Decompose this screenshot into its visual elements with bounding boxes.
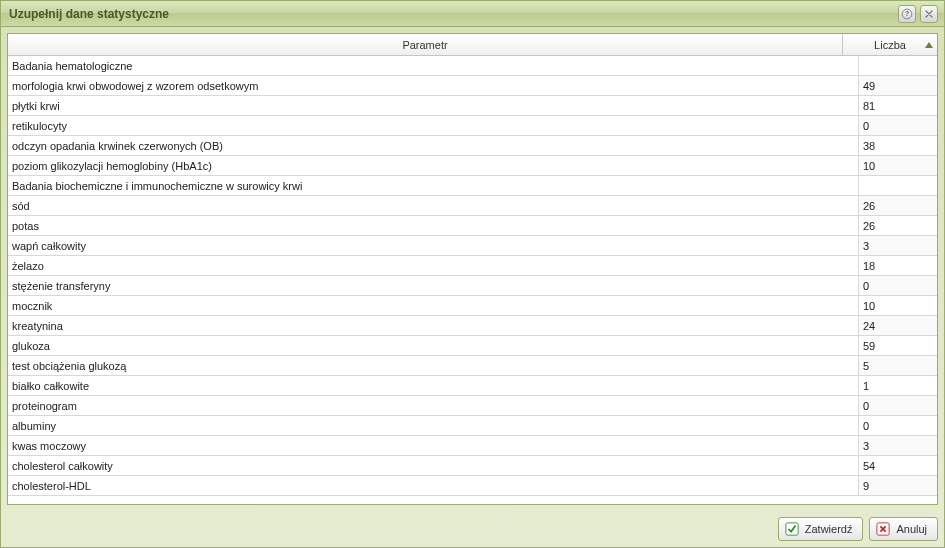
count-cell[interactable]: 26 <box>859 216 937 235</box>
count-cell[interactable]: 0 <box>859 116 937 135</box>
param-cell: poziom glikozylacji hemoglobiny (HbA1c) <box>8 156 859 175</box>
table-row[interactable]: białko całkowite1 <box>8 376 937 396</box>
param-cell: sód <box>8 196 859 215</box>
grid-header: Parametr Liczba <box>8 34 937 56</box>
table-row[interactable]: poziom glikozylacji hemoglobiny (HbA1c)1… <box>8 156 937 176</box>
param-cell: kreatynina <box>8 316 859 335</box>
table-row[interactable]: sód26 <box>8 196 937 216</box>
section-row[interactable]: Badania hematologiczne <box>8 56 937 76</box>
section-row[interactable]: Badania biochemiczne i immunochemiczne w… <box>8 176 937 196</box>
table-row[interactable]: cholesterol-HDL9 <box>8 476 937 496</box>
param-cell: kwas moczowy <box>8 436 859 455</box>
count-cell[interactable]: 3 <box>859 236 937 255</box>
column-header-count-label: Liczba <box>874 39 906 51</box>
param-cell: cholesterol całkowity <box>8 456 859 475</box>
table-row[interactable]: kreatynina24 <box>8 316 937 336</box>
help-button[interactable]: ? <box>898 5 916 23</box>
button-bar: Zatwierdź Anuluj <box>1 511 944 547</box>
checkmark-icon <box>785 522 799 536</box>
param-cell: potas <box>8 216 859 235</box>
count-cell[interactable]: 0 <box>859 416 937 435</box>
table-row[interactable]: proteinogram0 <box>8 396 937 416</box>
dialog-window: Uzupełnij dane statystyczne ? Parametr L… <box>0 0 945 548</box>
grid-body[interactable]: Badania hematologicznemorfologia krwi ob… <box>8 56 937 504</box>
table-row[interactable]: stężenie transferyny0 <box>8 276 937 296</box>
confirm-button-label: Zatwierdź <box>805 523 853 535</box>
data-grid: Parametr Liczba Badania hematologicznemo… <box>7 33 938 505</box>
param-cell: stężenie transferyny <box>8 276 859 295</box>
close-icon <box>923 8 935 20</box>
param-cell: wapń całkowity <box>8 236 859 255</box>
count-cell[interactable]: 0 <box>859 396 937 415</box>
count-cell[interactable]: 38 <box>859 136 937 155</box>
param-cell: test obciążenia glukozą <box>8 356 859 375</box>
param-cell: glukoza <box>8 336 859 355</box>
table-row[interactable]: potas26 <box>8 216 937 236</box>
count-cell <box>859 56 937 75</box>
table-row[interactable]: cholesterol całkowity54 <box>8 456 937 476</box>
table-row[interactable]: kwas moczowy3 <box>8 436 937 456</box>
table-row[interactable]: test obciążenia glukozą5 <box>8 356 937 376</box>
param-cell: mocznik <box>8 296 859 315</box>
count-cell[interactable]: 9 <box>859 476 937 495</box>
sort-ascending-icon <box>925 42 933 48</box>
param-cell: białko całkowite <box>8 376 859 395</box>
count-cell[interactable]: 81 <box>859 96 937 115</box>
count-cell <box>859 176 937 195</box>
param-cell: Badania hematologiczne <box>8 56 859 75</box>
table-row[interactable]: mocznik10 <box>8 296 937 316</box>
table-row[interactable]: albuminy0 <box>8 416 937 436</box>
param-cell: odczyn opadania krwinek czerwonych (OB) <box>8 136 859 155</box>
param-cell: proteinogram <box>8 396 859 415</box>
titlebar: Uzupełnij dane statystyczne ? <box>1 1 944 27</box>
count-cell[interactable]: 24 <box>859 316 937 335</box>
table-row[interactable]: morfologia krwi obwodowej z wzorem odset… <box>8 76 937 96</box>
close-button[interactable] <box>920 5 938 23</box>
count-cell[interactable]: 59 <box>859 336 937 355</box>
table-row[interactable]: płytki krwi81 <box>8 96 937 116</box>
content-area: Parametr Liczba Badania hematologicznemo… <box>1 27 944 511</box>
count-cell[interactable]: 5 <box>859 356 937 375</box>
count-cell[interactable]: 18 <box>859 256 937 275</box>
param-cell: albuminy <box>8 416 859 435</box>
cancel-button-label: Anuluj <box>896 523 927 535</box>
help-icon: ? <box>901 8 913 20</box>
svg-text:?: ? <box>905 10 909 17</box>
count-cell[interactable]: 10 <box>859 296 937 315</box>
count-cell[interactable]: 3 <box>859 436 937 455</box>
table-row[interactable]: żelazo18 <box>8 256 937 276</box>
count-cell[interactable]: 0 <box>859 276 937 295</box>
param-cell: Badania biochemiczne i immunochemiczne w… <box>8 176 859 195</box>
param-cell: morfologia krwi obwodowej z wzorem odset… <box>8 76 859 95</box>
window-title: Uzupełnij dane statystyczne <box>9 7 894 21</box>
count-cell[interactable]: 26 <box>859 196 937 215</box>
cancel-icon <box>876 522 890 536</box>
table-row[interactable]: retikulocyty0 <box>8 116 937 136</box>
param-cell: żelazo <box>8 256 859 275</box>
count-cell[interactable]: 54 <box>859 456 937 475</box>
confirm-button[interactable]: Zatwierdź <box>778 517 864 541</box>
count-cell[interactable]: 10 <box>859 156 937 175</box>
column-header-param[interactable]: Parametr <box>8 34 843 55</box>
param-cell: retikulocyty <box>8 116 859 135</box>
table-row[interactable]: odczyn opadania krwinek czerwonych (OB)3… <box>8 136 937 156</box>
param-cell: płytki krwi <box>8 96 859 115</box>
table-row[interactable]: glukoza59 <box>8 336 937 356</box>
count-cell[interactable]: 49 <box>859 76 937 95</box>
param-cell: cholesterol-HDL <box>8 476 859 495</box>
cancel-button[interactable]: Anuluj <box>869 517 938 541</box>
column-header-param-label: Parametr <box>402 39 447 51</box>
table-row[interactable]: wapń całkowity3 <box>8 236 937 256</box>
count-cell[interactable]: 1 <box>859 376 937 395</box>
column-header-count[interactable]: Liczba <box>843 34 937 55</box>
